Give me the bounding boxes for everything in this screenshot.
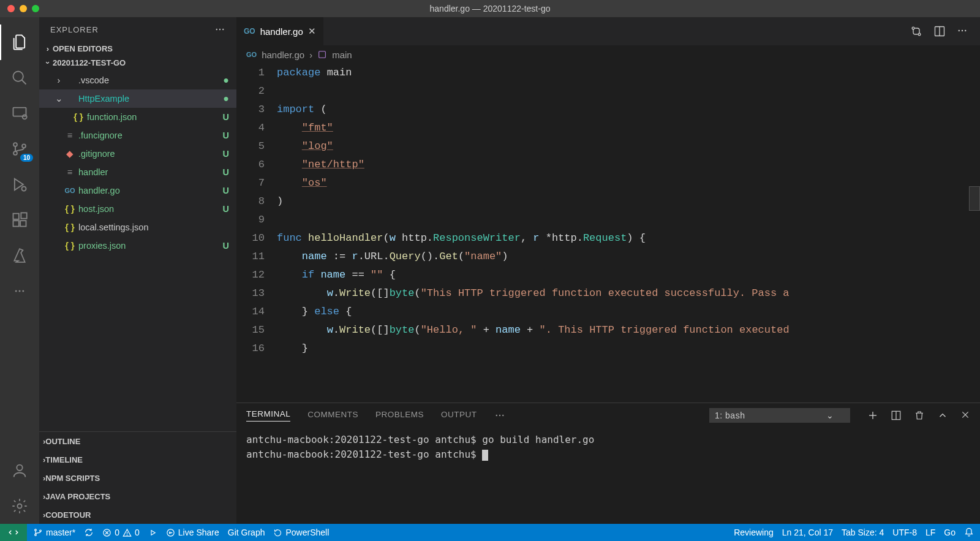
panel-tab-terminal[interactable]: TERMINAL bbox=[246, 409, 290, 422]
status-branch[interactable]: master* bbox=[33, 528, 75, 537]
activity-run-debug[interactable] bbox=[0, 167, 39, 202]
file-local.settings.json[interactable]: { }local.settings.json bbox=[39, 218, 236, 236]
chevron-icon: ⌄ bbox=[54, 94, 64, 104]
status-eol[interactable]: LF bbox=[925, 528, 935, 537]
svg-point-37 bbox=[35, 529, 37, 531]
section-java-projects[interactable]: ›JAVA PROJECTS bbox=[39, 487, 236, 505]
activity-extensions[interactable] bbox=[0, 202, 39, 238]
activity-explorer[interactable] bbox=[0, 25, 39, 60]
maximize-panel-button[interactable] bbox=[937, 410, 948, 421]
titlebar: handler.go — 20201122-test-go bbox=[0, 0, 980, 17]
go-file-icon: GO bbox=[244, 27, 255, 36]
git-status: U bbox=[223, 131, 229, 140]
section-codetour[interactable]: ›CODETOUR bbox=[39, 505, 236, 524]
code-editor[interactable]: 12345678910111213141516 package main imp… bbox=[236, 64, 980, 403]
section-npm-scripts[interactable]: ›NPM SCRIPTS bbox=[39, 469, 236, 487]
svg-rect-9 bbox=[13, 221, 19, 226]
status-git-graph[interactable]: Git Graph bbox=[228, 528, 265, 537]
file-proxies.json[interactable]: { }proxies.jsonU bbox=[39, 236, 236, 255]
status-live-share[interactable]: Live Share bbox=[166, 528, 219, 537]
folder-.vscode[interactable]: ›.vscode● bbox=[39, 71, 236, 89]
close-panel-button[interactable] bbox=[960, 410, 970, 421]
breadcrumb-separator: › bbox=[309, 50, 312, 60]
svg-point-38 bbox=[35, 534, 37, 536]
status-problems[interactable]: 0 0 bbox=[102, 528, 140, 537]
panel-tab-problems[interactable]: PROBLEMS bbox=[375, 410, 424, 422]
git-status: U bbox=[223, 241, 229, 251]
folder-HttpExample[interactable]: ⌄HttpExample● bbox=[39, 89, 236, 108]
activity-azure[interactable] bbox=[0, 238, 39, 273]
panel-more-button[interactable] bbox=[494, 410, 505, 421]
git-status: ● bbox=[223, 75, 229, 86]
tab-handler-go[interactable]: GO handler.go ✕ bbox=[236, 17, 323, 45]
minimap[interactable] bbox=[968, 64, 980, 403]
status-sync[interactable] bbox=[84, 528, 94, 537]
close-window-button[interactable] bbox=[7, 5, 15, 12]
breadcrumb-file[interactable]: handler.go bbox=[262, 50, 304, 60]
split-terminal-button[interactable] bbox=[891, 410, 902, 421]
file-label: .funcignore bbox=[78, 131, 219, 140]
chevron-right-icon: › bbox=[43, 44, 53, 53]
status-notifications[interactable] bbox=[964, 528, 974, 537]
file-host.json[interactable]: { }host.jsonU bbox=[39, 200, 236, 218]
activity-source-control[interactable]: 10 bbox=[0, 131, 39, 167]
file-.funcignore[interactable]: ≡.funcignoreU bbox=[39, 126, 236, 145]
svg-rect-8 bbox=[13, 214, 19, 219]
terminal-selector[interactable]: 1: bash ⌄ bbox=[709, 408, 850, 423]
file-label: .vscode bbox=[78, 75, 219, 85]
maximize-window-button[interactable] bbox=[32, 5, 39, 12]
status-powershell[interactable]: PowerShell bbox=[273, 528, 329, 537]
project-section[interactable]: › 20201122-TEST-GO bbox=[39, 56, 236, 70]
kill-terminal-button[interactable] bbox=[914, 410, 925, 421]
activity-account[interactable] bbox=[0, 453, 39, 488]
go-file-icon: GO bbox=[246, 51, 257, 58]
svg-point-0 bbox=[13, 72, 23, 81]
open-editors-section[interactable]: › OPEN EDITORS bbox=[39, 42, 236, 56]
compare-changes-button[interactable] bbox=[910, 25, 922, 37]
close-tab-button[interactable]: ✕ bbox=[308, 26, 316, 37]
chevron-down-icon: ⌄ bbox=[826, 410, 834, 420]
remote-button[interactable] bbox=[0, 524, 27, 541]
activity-settings[interactable] bbox=[0, 488, 39, 524]
file-label: function.json bbox=[87, 112, 219, 122]
activity-search[interactable] bbox=[0, 60, 39, 96]
breadcrumb-symbol[interactable]: main bbox=[332, 50, 352, 60]
file-label: local.settings.json bbox=[78, 222, 229, 232]
files-icon bbox=[11, 34, 28, 51]
new-terminal-button[interactable] bbox=[867, 410, 878, 421]
symbol-icon bbox=[317, 50, 327, 59]
status-tabsize[interactable]: Tab Size: 4 bbox=[842, 528, 884, 537]
ellipsis-icon bbox=[494, 410, 505, 421]
status-encoding[interactable]: UTF-8 bbox=[892, 528, 917, 537]
file-handler.go[interactable]: GOhandler.goU bbox=[39, 181, 236, 200]
panel-tab-comments[interactable]: COMMENTS bbox=[307, 410, 358, 422]
status-position[interactable]: Ln 21, Col 17 bbox=[782, 528, 833, 537]
git-status: U bbox=[223, 112, 229, 122]
window-title: handler.go — 20201122-test-go bbox=[430, 4, 551, 13]
status-reviewing[interactable]: Reviewing bbox=[734, 528, 774, 537]
svg-point-18 bbox=[219, 29, 221, 30]
svg-point-26 bbox=[965, 30, 966, 31]
activity-remote-explorer[interactable] bbox=[0, 96, 39, 131]
breadcrumb[interactable]: GO handler.go › main bbox=[236, 45, 980, 64]
file-handler[interactable]: ≡handlerU bbox=[39, 163, 236, 181]
svg-point-28 bbox=[496, 415, 497, 416]
terminal[interactable]: antchu-macbook:20201122-test-go antchu$ … bbox=[236, 428, 980, 524]
svg-rect-27 bbox=[319, 51, 326, 58]
status-language[interactable]: Go bbox=[944, 528, 956, 537]
svg-point-17 bbox=[216, 29, 217, 30]
section-timeline[interactable]: ›TIMELINE bbox=[39, 450, 236, 469]
minimize-window-button[interactable] bbox=[20, 5, 27, 12]
plus-icon bbox=[867, 410, 878, 421]
split-editor-button[interactable] bbox=[933, 25, 946, 37]
editor-more-button[interactable] bbox=[957, 25, 968, 37]
play-bug-icon bbox=[11, 176, 28, 193]
status-debug[interactable] bbox=[148, 528, 157, 537]
explorer-more-button[interactable] bbox=[214, 24, 225, 35]
activity-more[interactable] bbox=[0, 273, 39, 309]
panel-tab-output[interactable]: OUTPUT bbox=[441, 410, 477, 422]
file-.gitignore[interactable]: ◆.gitignoreU bbox=[39, 145, 236, 163]
file-icon: { } bbox=[64, 241, 76, 251]
section-outline[interactable]: ›OUTLINE bbox=[39, 432, 236, 450]
file-function.json[interactable]: { }function.jsonU bbox=[39, 108, 236, 126]
